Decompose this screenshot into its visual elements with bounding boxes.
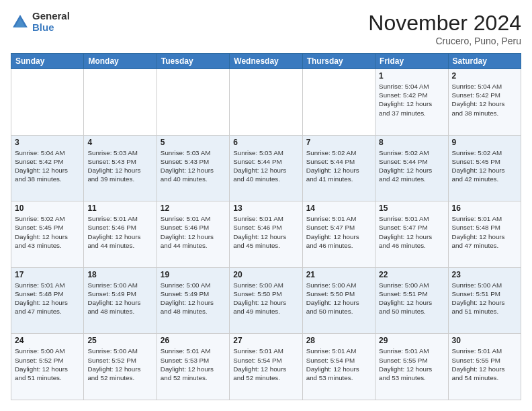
day-cell-w2-d6: 16Sunrise: 5:01 AM Sunset: 5:48 PM Dayli… bbox=[448, 201, 521, 268]
day-number: 25 bbox=[87, 336, 152, 345]
day-info: Sunrise: 5:00 AM Sunset: 5:52 PM Dayligh… bbox=[15, 347, 80, 382]
day-cell-w2-d3: 13Sunrise: 5:01 AM Sunset: 5:46 PM Dayli… bbox=[230, 201, 302, 268]
day-cell-w0-d5: 1Sunrise: 5:04 AM Sunset: 5:42 PM Daylig… bbox=[375, 69, 448, 136]
header: General Blue November 2024 Crucero, Puno… bbox=[11, 11, 521, 46]
weekday-row: Sunday Monday Tuesday Wednesday Thursday… bbox=[11, 54, 521, 69]
page: General Blue November 2024 Crucero, Puno… bbox=[0, 0, 532, 411]
day-info: Sunrise: 5:01 AM Sunset: 5:54 PM Dayligh… bbox=[306, 347, 371, 382]
day-number: 11 bbox=[87, 203, 152, 213]
day-info: Sunrise: 5:03 AM Sunset: 5:43 PM Dayligh… bbox=[87, 148, 152, 184]
month-title: November 2024 bbox=[368, 11, 521, 36]
day-info: Sunrise: 5:01 AM Sunset: 5:46 PM Dayligh… bbox=[87, 214, 152, 250]
day-cell-w1-d1: 4Sunrise: 5:03 AM Sunset: 5:43 PM Daylig… bbox=[84, 135, 157, 201]
day-info: Sunrise: 5:01 AM Sunset: 5:46 PM Dayligh… bbox=[233, 214, 298, 250]
day-cell-w3-d2: 19Sunrise: 5:00 AM Sunset: 5:49 PM Dayli… bbox=[157, 267, 229, 334]
day-number: 5 bbox=[161, 138, 226, 147]
day-cell-w3-d4: 21Sunrise: 5:00 AM Sunset: 5:50 PM Dayli… bbox=[302, 267, 375, 334]
day-info: Sunrise: 5:01 AM Sunset: 5:48 PM Dayligh… bbox=[15, 281, 80, 316]
day-cell-w0-d1 bbox=[84, 69, 157, 136]
day-number: 9 bbox=[452, 138, 517, 147]
day-cell-w2-d5: 15Sunrise: 5:01 AM Sunset: 5:47 PM Dayli… bbox=[375, 201, 448, 268]
day-cell-w2-d1: 11Sunrise: 5:01 AM Sunset: 5:46 PM Dayli… bbox=[84, 201, 157, 268]
day-cell-w2-d2: 12Sunrise: 5:01 AM Sunset: 5:46 PM Dayli… bbox=[157, 201, 229, 268]
day-number: 30 bbox=[452, 336, 517, 345]
day-cell-w0-d0 bbox=[11, 69, 84, 136]
day-number: 22 bbox=[379, 270, 444, 279]
day-cell-w4-d3: 27Sunrise: 5:01 AM Sunset: 5:54 PM Dayli… bbox=[230, 334, 302, 400]
day-info: Sunrise: 5:04 AM Sunset: 5:42 PM Dayligh… bbox=[379, 82, 444, 118]
col-saturday: Saturday bbox=[448, 54, 521, 69]
day-info: Sunrise: 5:01 AM Sunset: 5:54 PM Dayligh… bbox=[233, 347, 298, 382]
day-info: Sunrise: 5:00 AM Sunset: 5:51 PM Dayligh… bbox=[379, 281, 444, 316]
calendar-table: Sunday Monday Tuesday Wednesday Thursday… bbox=[11, 53, 521, 400]
day-cell-w3-d3: 20Sunrise: 5:00 AM Sunset: 5:50 PM Dayli… bbox=[230, 267, 302, 334]
day-cell-w1-d6: 9Sunrise: 5:02 AM Sunset: 5:45 PM Daylig… bbox=[448, 135, 521, 201]
day-info: Sunrise: 5:02 AM Sunset: 5:45 PM Dayligh… bbox=[15, 214, 80, 250]
day-cell-w1-d2: 5Sunrise: 5:03 AM Sunset: 5:43 PM Daylig… bbox=[157, 135, 229, 201]
day-cell-w3-d1: 18Sunrise: 5:00 AM Sunset: 5:49 PM Dayli… bbox=[84, 267, 157, 334]
day-number: 13 bbox=[233, 203, 298, 213]
day-cell-w0-d2 bbox=[157, 69, 229, 136]
day-number: 19 bbox=[161, 270, 226, 279]
title-block: November 2024 Crucero, Puno, Peru bbox=[368, 11, 521, 46]
logo-blue-text: Blue bbox=[32, 22, 70, 34]
day-cell-w0-d4 bbox=[302, 69, 375, 136]
calendar-header: Sunday Monday Tuesday Wednesday Thursday… bbox=[11, 54, 521, 69]
day-cell-w0-d3 bbox=[230, 69, 302, 136]
day-number: 27 bbox=[233, 336, 298, 345]
day-number: 21 bbox=[306, 270, 371, 279]
day-info: Sunrise: 5:01 AM Sunset: 5:55 PM Dayligh… bbox=[379, 347, 444, 382]
day-number: 24 bbox=[15, 336, 80, 345]
day-info: Sunrise: 5:01 AM Sunset: 5:53 PM Dayligh… bbox=[161, 347, 226, 382]
day-number: 14 bbox=[306, 203, 371, 213]
day-info: Sunrise: 5:01 AM Sunset: 5:48 PM Dayligh… bbox=[452, 214, 517, 250]
day-info: Sunrise: 5:04 AM Sunset: 5:42 PM Dayligh… bbox=[15, 148, 80, 184]
day-info: Sunrise: 5:00 AM Sunset: 5:51 PM Dayligh… bbox=[452, 281, 517, 316]
day-info: Sunrise: 5:02 AM Sunset: 5:45 PM Dayligh… bbox=[452, 148, 517, 184]
day-cell-w4-d1: 25Sunrise: 5:00 AM Sunset: 5:52 PM Dayli… bbox=[84, 334, 157, 400]
col-thursday: Thursday bbox=[302, 54, 375, 69]
day-number: 1 bbox=[379, 71, 444, 81]
day-info: Sunrise: 5:01 AM Sunset: 5:46 PM Dayligh… bbox=[161, 214, 226, 250]
location: Crucero, Puno, Peru bbox=[368, 36, 521, 46]
week-row-3: 17Sunrise: 5:01 AM Sunset: 5:48 PM Dayli… bbox=[11, 267, 521, 334]
day-info: Sunrise: 5:04 AM Sunset: 5:42 PM Dayligh… bbox=[452, 82, 517, 118]
week-row-0: 1Sunrise: 5:04 AM Sunset: 5:42 PM Daylig… bbox=[11, 69, 521, 136]
day-info: Sunrise: 5:01 AM Sunset: 5:55 PM Dayligh… bbox=[452, 347, 517, 382]
logo-general-text: General bbox=[32, 11, 70, 22]
day-info: Sunrise: 5:00 AM Sunset: 5:49 PM Dayligh… bbox=[161, 281, 226, 316]
day-number: 17 bbox=[15, 270, 80, 279]
calendar-body: 1Sunrise: 5:04 AM Sunset: 5:42 PM Daylig… bbox=[11, 69, 521, 400]
day-number: 28 bbox=[306, 336, 371, 345]
day-number: 18 bbox=[87, 270, 152, 279]
day-cell-w4-d6: 30Sunrise: 5:01 AM Sunset: 5:55 PM Dayli… bbox=[448, 334, 521, 400]
day-cell-w2-d4: 14Sunrise: 5:01 AM Sunset: 5:47 PM Dayli… bbox=[302, 201, 375, 268]
day-cell-w4-d5: 29Sunrise: 5:01 AM Sunset: 5:55 PM Dayli… bbox=[375, 334, 448, 400]
day-info: Sunrise: 5:02 AM Sunset: 5:44 PM Dayligh… bbox=[379, 148, 444, 184]
col-wednesday: Wednesday bbox=[230, 54, 302, 69]
day-number: 2 bbox=[452, 71, 517, 81]
day-cell-w4-d0: 24Sunrise: 5:00 AM Sunset: 5:52 PM Dayli… bbox=[11, 334, 84, 400]
logo: General Blue bbox=[11, 11, 70, 33]
day-number: 23 bbox=[452, 270, 517, 279]
col-friday: Friday bbox=[375, 54, 448, 69]
day-number: 6 bbox=[233, 138, 298, 147]
day-number: 29 bbox=[379, 336, 444, 345]
day-number: 7 bbox=[306, 138, 371, 147]
day-cell-w3-d0: 17Sunrise: 5:01 AM Sunset: 5:48 PM Dayli… bbox=[11, 267, 84, 334]
day-number: 15 bbox=[379, 203, 444, 213]
day-cell-w2-d0: 10Sunrise: 5:02 AM Sunset: 5:45 PM Dayli… bbox=[11, 201, 84, 268]
day-cell-w3-d5: 22Sunrise: 5:00 AM Sunset: 5:51 PM Dayli… bbox=[375, 267, 448, 334]
day-number: 8 bbox=[379, 138, 444, 147]
day-number: 20 bbox=[233, 270, 298, 279]
day-cell-w4-d4: 28Sunrise: 5:01 AM Sunset: 5:54 PM Dayli… bbox=[302, 334, 375, 400]
col-sunday: Sunday bbox=[11, 54, 84, 69]
day-number: 26 bbox=[161, 336, 226, 345]
day-cell-w3-d6: 23Sunrise: 5:00 AM Sunset: 5:51 PM Dayli… bbox=[448, 267, 521, 334]
day-info: Sunrise: 5:00 AM Sunset: 5:50 PM Dayligh… bbox=[306, 281, 371, 316]
week-row-2: 10Sunrise: 5:02 AM Sunset: 5:45 PM Dayli… bbox=[11, 201, 521, 268]
day-number: 3 bbox=[15, 138, 80, 147]
day-info: Sunrise: 5:01 AM Sunset: 5:47 PM Dayligh… bbox=[379, 214, 444, 250]
day-info: Sunrise: 5:02 AM Sunset: 5:44 PM Dayligh… bbox=[306, 148, 371, 184]
logo-icon bbox=[11, 13, 30, 32]
